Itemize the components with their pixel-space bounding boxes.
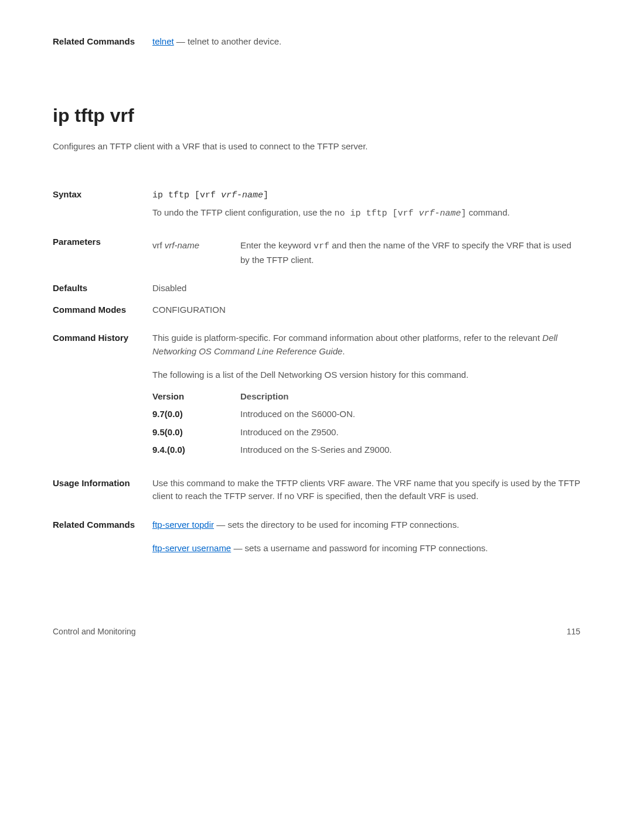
telnet-desc: — telnet to another device. [174,36,281,46]
param-row: vrf vrf-name Enter the keyword vrf and t… [152,239,580,267]
syntax-cmd-suffix: ] [263,190,268,200]
command-modes-value: CONFIGURATION [152,303,580,317]
param-name-var: vrf-name [165,240,199,250]
version-number: 9.7(0.0) [152,408,240,421]
param-name: vrf vrf-name [152,239,240,267]
syntax-row: Syntax ip tftp [vrf vrf-name] To undo th… [53,188,580,220]
related-desc-1: — sets the directory to be used for inco… [214,520,459,530]
version-description: Introduced on the S6000-ON. [240,408,580,421]
related-commands-content: telnet — telnet to another device. [152,35,580,49]
syntax-cmd-var: vrf-name [221,190,263,200]
usage-row: Usage Information Use this command to ma… [53,477,580,503]
usage-text: Use this command to make the TFTP client… [152,477,580,503]
version-number: 9.5(0.0) [152,426,240,439]
syntax-undo-cmd-prefix: no ip tftp [vrf [334,209,418,218]
version-row: 9.5(0.0) Introduced on the Z9500. [152,426,580,439]
param-name-prefix: vrf [152,240,165,250]
related-commands-row-bottom: Related Commands ftp-server topdir — set… [53,518,580,555]
command-history-label: Command History [53,332,152,462]
usage-label: Usage Information [53,477,152,503]
syntax-command: ip tftp [vrf vrf-name] [152,190,268,200]
history-intro: This guide is platform-specific. For com… [152,332,580,358]
version-header: Version [152,390,240,404]
page-title: ip tftp vrf [53,101,580,129]
version-row: 9.7(0.0) Introduced on the S6000-ON. [152,408,580,421]
defaults-label: Defaults [53,282,152,295]
parameters-row: Parameters vrf vrf-name Enter the keywor… [53,235,580,267]
syntax-undo-after: command. [467,207,510,217]
syntax-undo-cmd: no ip tftp [vrf vrf-name] [334,209,466,218]
version-header-row: Version Description [152,390,580,404]
related-link-2-row: ftp-server username — sets a username an… [152,542,580,555]
related-desc-2: — sets a username and password for incom… [231,543,488,553]
syntax-content: ip tftp [vrf vrf-name] To undo the TFTP … [152,188,580,220]
page-description: Configures an TFTP client with a VRF tha… [53,140,580,153]
command-history-content: This guide is platform-specific. For com… [152,332,580,462]
telnet-link[interactable]: telnet [152,36,174,46]
footer-left: Control and Monitoring [53,626,136,638]
related-link-1-row: ftp-server topdir — sets the directory t… [152,518,580,532]
syntax-cmd-prefix: ip tftp [vrf [152,190,221,200]
related-commands-label: Related Commands [53,35,152,49]
defaults-value: Disabled [152,282,580,295]
description-header: Description [240,390,580,404]
footer-page-number: 115 [567,626,580,638]
param-desc-prefix: Enter the keyword [240,240,314,250]
version-row: 9.4.(0.0) Introduced on the S-Series and… [152,443,580,457]
parameters-label: Parameters [53,235,152,267]
parameters-content: vrf vrf-name Enter the keyword vrf and t… [152,235,580,267]
ftp-server-username-link[interactable]: ftp-server username [152,543,231,553]
history-intro-suffix: . [342,346,345,356]
syntax-undo-cmd-var: vrf-name [419,209,461,218]
param-desc-kw: vrf [314,241,329,251]
command-history-row: Command History This guide is platform-s… [53,332,580,462]
param-desc: Enter the keyword vrf and then the name … [240,239,580,267]
syntax-undo: To undo the TFTP client configuration, u… [152,206,580,221]
related-commands-label-bottom: Related Commands [53,518,152,555]
history-list-intro: The following is a list of the Dell Netw… [152,368,580,382]
syntax-label: Syntax [53,188,152,220]
command-modes-row: Command Modes CONFIGURATION [53,303,580,317]
top-related-commands-row: Related Commands telnet — telnet to anot… [53,35,580,49]
page-footer: Control and Monitoring 115 [53,626,580,638]
syntax-undo-cmd-suffix: ] [461,209,467,218]
related-commands-content-bottom: ftp-server topdir — sets the directory t… [152,518,580,555]
ftp-server-topdir-link[interactable]: ftp-server topdir [152,520,214,530]
command-modes-label: Command Modes [53,303,152,317]
history-intro-prefix: This guide is platform-specific. For com… [152,333,542,343]
version-description: Introduced on the S-Series and Z9000. [240,443,580,457]
defaults-row: Defaults Disabled [53,282,580,295]
syntax-undo-prefix: To undo the TFTP client configuration, u… [152,207,334,217]
version-description: Introduced on the Z9500. [240,426,580,439]
version-number: 9.4.(0.0) [152,443,240,457]
